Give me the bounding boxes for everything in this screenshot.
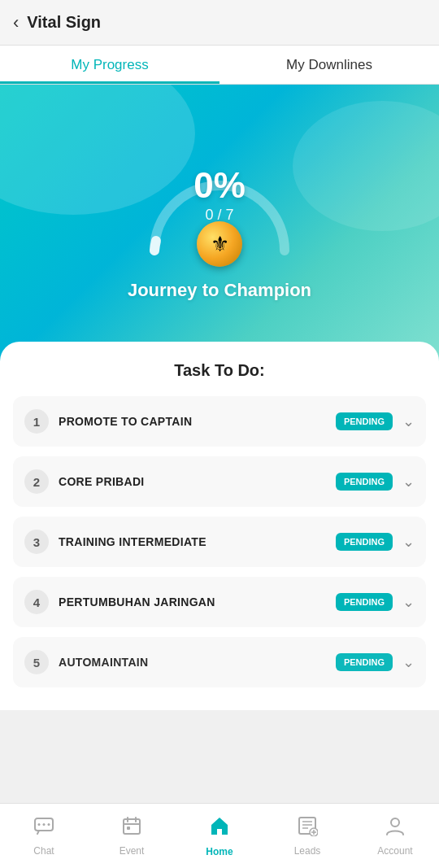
nav-item-home[interactable]: Home <box>176 804 263 868</box>
task-section-title: Task To Do: <box>13 361 426 380</box>
chevron-icon-1: ⌄ <box>402 412 415 430</box>
bottom-nav: Chat Event Home <box>0 803 439 868</box>
nav-label-chat: Chat <box>33 845 54 857</box>
gauge-container: 0% 0 / 7 ⚜ <box>130 145 309 259</box>
task-number-1: 1 <box>24 409 49 434</box>
chat-icon <box>33 815 54 842</box>
task-item-3[interactable]: 3 TRAINING INTERMEDIATE PENDING ⌄ <box>13 517 426 567</box>
tabs: My Progress My Downlines <box>0 46 439 85</box>
task-section: Task To Do: 1 PROMOTE TO CAPTAIN PENDING… <box>0 342 439 710</box>
task-status-2: PENDING <box>336 473 393 491</box>
progress-banner: 0% 0 / 7 ⚜ Journey to Champion <box>0 85 439 361</box>
task-item-5[interactable]: 5 AUTOMAINTAIN PENDING ⌄ <box>13 637 426 687</box>
chevron-icon-4: ⌄ <box>402 593 415 611</box>
gauge-percent: 0% <box>193 168 246 203</box>
nav-item-event[interactable]: Event <box>88 804 176 868</box>
task-status-4: PENDING <box>336 593 393 611</box>
nav-label-event: Event <box>120 845 145 857</box>
task-item-4[interactable]: 4 PERTUMBUHAN JARINGAN PENDING ⌄ <box>13 577 426 627</box>
task-number-4: 4 <box>24 590 49 614</box>
nav-item-chat[interactable]: Chat <box>0 804 88 868</box>
task-item-2[interactable]: 2 CORE PRIBADI PENDING ⌄ <box>13 456 426 507</box>
header-title: Vital Sign <box>27 13 101 32</box>
svg-rect-8 <box>127 827 130 830</box>
svg-point-16 <box>391 818 399 827</box>
nav-label-leads: Leads <box>294 845 321 857</box>
header: ‹ Vital Sign <box>0 0 439 46</box>
task-status-1: PENDING <box>336 412 393 430</box>
task-label-3: TRAINING INTERMEDIATE <box>59 535 326 548</box>
task-label-2: CORE PRIBADI <box>59 475 326 488</box>
task-number-3: 3 <box>24 530 49 554</box>
svg-point-3 <box>48 823 50 826</box>
task-status-3: PENDING <box>336 533 393 551</box>
home-icon <box>208 814 231 843</box>
tab-my-downlines[interactable]: My Downlines <box>220 46 439 84</box>
task-number-5: 5 <box>24 650 49 674</box>
task-item-1[interactable]: 1 PROMOTE TO CAPTAIN PENDING ⌄ <box>13 396 426 447</box>
back-button[interactable]: ‹ <box>13 12 19 33</box>
gauge-text: 0% 0 / 7 <box>193 168 246 224</box>
account-icon <box>385 815 406 842</box>
chevron-icon-2: ⌄ <box>402 473 415 491</box>
chevron-icon-3: ⌄ <box>402 533 415 551</box>
leads-icon <box>297 815 318 842</box>
svg-point-1 <box>38 823 41 826</box>
nav-item-account[interactable]: Account <box>351 804 439 868</box>
task-number-2: 2 <box>24 469 49 494</box>
task-label-5: AUTOMAINTAIN <box>59 656 326 669</box>
chevron-icon-5: ⌄ <box>402 653 415 671</box>
nav-label-account: Account <box>377 845 412 857</box>
svg-point-2 <box>43 823 46 826</box>
tab-my-progress[interactable]: My Progress <box>0 46 220 84</box>
task-status-5: PENDING <box>336 653 393 671</box>
task-label-1: PROMOTE TO CAPTAIN <box>59 415 326 428</box>
nav-item-leads[interactable]: Leads <box>263 804 351 868</box>
svg-rect-4 <box>124 819 140 834</box>
nav-label-home: Home <box>206 846 233 857</box>
journey-title: Journey to Champion <box>128 280 311 301</box>
task-label-4: PERTUMBUHAN JARINGAN <box>59 595 326 608</box>
medal: ⚜ <box>197 221 242 267</box>
event-icon <box>121 815 142 842</box>
medal-icon: ⚜ <box>197 221 242 267</box>
